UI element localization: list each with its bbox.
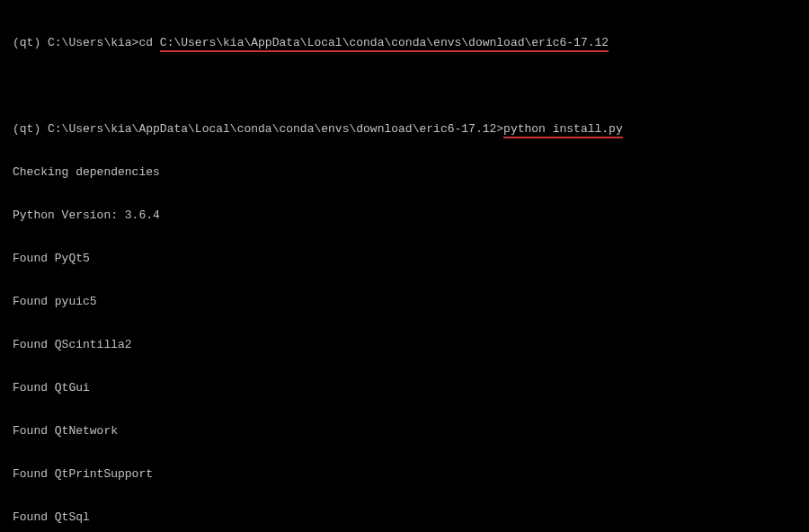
- output-line: Found QtPrintSupport: [13, 467, 796, 482]
- prompt-prefix: (qt) C:\Users\kia\AppData\Local\conda\co…: [13, 122, 503, 136]
- prompt-line-cd: (qt) C:\Users\kia>cd C:\Users\kia\AppDat…: [13, 36, 796, 50]
- output-line: Python Version: 3.6.4: [13, 208, 796, 223]
- output-line: Found QtSql: [13, 510, 796, 525]
- cd-path-highlight: C:\Users\kia\AppData\Local\conda\conda\e…: [160, 36, 609, 52]
- blank-line: [13, 79, 796, 93]
- prompt-line-install: (qt) C:\Users\kia\AppData\Local\conda\co…: [13, 122, 796, 137]
- output-line: Found QtGui: [13, 381, 796, 395]
- prompt-prefix: (qt) C:\Users\kia>cd: [13, 36, 160, 49]
- output-line: Checking dependencies: [13, 165, 796, 180]
- output-line: Found QtNetwork: [13, 424, 796, 439]
- terminal-output[interactable]: (qt) C:\Users\kia>cd C:\Users\kia\AppDat…: [13, 7, 796, 532]
- output-line: Found QScintilla2: [13, 338, 796, 352]
- output-line: Found pyuic5: [13, 295, 796, 309]
- install-command-highlight: python install.py: [503, 122, 623, 138]
- output-line: Found PyQt5: [13, 252, 796, 266]
